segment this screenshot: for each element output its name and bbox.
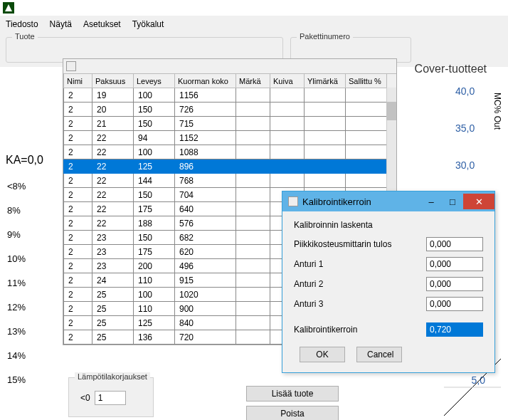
table-cell[interactable]: 22 xyxy=(92,159,134,174)
table-row[interactable]: 220150726 xyxy=(64,103,397,117)
table-cell[interactable]: 150 xyxy=(134,188,175,202)
table-header[interactable]: Kuiva xyxy=(270,74,305,88)
table-header[interactable]: Leveys xyxy=(134,74,175,88)
menu-tools[interactable]: Työkalut xyxy=(132,19,164,29)
table-cell[interactable]: 100 xyxy=(134,145,175,159)
table-cell[interactable] xyxy=(270,145,305,159)
table-cell[interactable]: 915 xyxy=(175,273,236,288)
table-cell[interactable]: 1088 xyxy=(175,145,236,159)
table-cell[interactable] xyxy=(305,131,346,145)
table-cell[interactable] xyxy=(305,103,346,117)
table-cell[interactable]: 110 xyxy=(134,273,175,288)
maximize-button[interactable]: □ xyxy=(442,194,463,209)
table-cell[interactable]: 144 xyxy=(134,174,175,188)
table-cell[interactable] xyxy=(236,103,270,117)
close-button[interactable]: ✕ xyxy=(463,194,494,209)
table-cell[interactable] xyxy=(236,174,270,188)
table-cell[interactable]: 20 xyxy=(92,103,134,117)
table-cell[interactable] xyxy=(346,88,387,103)
table-header[interactable]: Nimi xyxy=(64,74,92,88)
table-cell[interactable] xyxy=(236,117,270,131)
menu-settings[interactable]: Asetukset xyxy=(83,19,121,29)
table-cell[interactable]: 2 xyxy=(64,117,92,131)
table-cell[interactable]: 25 xyxy=(92,302,134,316)
factor-input[interactable] xyxy=(426,322,483,337)
table-cell[interactable]: 2 xyxy=(64,145,92,159)
table-cell[interactable] xyxy=(305,174,346,188)
table-cell[interactable]: 2 xyxy=(64,330,92,345)
table-cell[interactable]: 2 xyxy=(64,259,92,273)
menu-view[interactable]: Näytä xyxy=(50,19,72,29)
table-cell[interactable]: 136 xyxy=(134,330,175,345)
dialog-titlebar[interactable]: Kalibrointikerroin – □ ✕ xyxy=(282,191,494,211)
table-cell[interactable]: 22 xyxy=(92,145,134,159)
table-cell[interactable]: 640 xyxy=(175,202,236,216)
table-cell[interactable]: 22 xyxy=(92,188,134,202)
table-cell[interactable]: 22 xyxy=(92,216,134,231)
table-cell[interactable]: 24 xyxy=(92,273,134,288)
table-cell[interactable]: 25 xyxy=(92,316,134,330)
table-cell[interactable] xyxy=(236,245,270,259)
table-cell[interactable]: 2 xyxy=(64,88,92,103)
table-cell[interactable] xyxy=(346,131,387,145)
table-cell[interactable]: 2 xyxy=(64,245,92,259)
table-cell[interactable] xyxy=(236,188,270,202)
table-cell[interactable]: 715 xyxy=(175,117,236,131)
spike-input[interactable] xyxy=(426,237,483,251)
table-cell[interactable]: 704 xyxy=(175,188,236,202)
table-header[interactable]: Sallittu % xyxy=(346,74,387,88)
table-cell[interactable]: 2 xyxy=(64,316,92,330)
table-cell[interactable]: 726 xyxy=(175,103,236,117)
table-row[interactable]: 221150715 xyxy=(64,117,397,131)
table-cell[interactable]: 23 xyxy=(92,245,134,259)
table-cell[interactable]: 576 xyxy=(175,216,236,231)
anturi1-input[interactable] xyxy=(426,257,483,271)
table-cell[interactable]: 2 xyxy=(64,131,92,145)
table-cell[interactable]: 2 xyxy=(64,188,92,202)
table-cell[interactable]: 620 xyxy=(175,245,236,259)
table-cell[interactable]: 1020 xyxy=(175,288,236,302)
table-cell[interactable]: 175 xyxy=(134,245,175,259)
anturi2-input[interactable] xyxy=(426,277,483,291)
table-header[interactable]: Märkä xyxy=(236,74,270,88)
table-cell[interactable] xyxy=(236,288,270,302)
table-cell[interactable] xyxy=(270,117,305,131)
menu-file[interactable]: Tiedosto xyxy=(6,19,38,29)
table-cell[interactable]: 768 xyxy=(175,174,236,188)
table-cell[interactable] xyxy=(236,159,270,174)
table-cell[interactable]: 2 xyxy=(64,202,92,216)
table-cell[interactable]: 2 xyxy=(64,302,92,316)
table-cell[interactable]: 94 xyxy=(134,131,175,145)
table-cell[interactable] xyxy=(346,103,387,117)
grid-scrollbar-thumb[interactable] xyxy=(386,102,396,120)
table-cell[interactable]: 150 xyxy=(134,231,175,245)
table-cell[interactable]: 175 xyxy=(134,202,175,216)
table-cell[interactable]: 19 xyxy=(92,88,134,103)
table-header[interactable]: Kuorman koko xyxy=(175,74,236,88)
ok-button[interactable]: OK xyxy=(300,347,345,362)
table-cell[interactable]: 900 xyxy=(175,302,236,316)
table-cell[interactable] xyxy=(346,145,387,159)
table-cell[interactable] xyxy=(236,316,270,330)
table-cell[interactable] xyxy=(270,88,305,103)
table-cell[interactable] xyxy=(236,202,270,216)
table-cell[interactable] xyxy=(305,88,346,103)
table-cell[interactable]: 2 xyxy=(64,288,92,302)
table-cell[interactable]: 1152 xyxy=(175,131,236,145)
table-cell[interactable] xyxy=(236,302,270,316)
table-cell[interactable]: 100 xyxy=(134,288,175,302)
table-cell[interactable]: 2 xyxy=(64,159,92,174)
table-cell[interactable]: 125 xyxy=(134,316,175,330)
table-cell[interactable] xyxy=(305,145,346,159)
table-cell[interactable] xyxy=(305,159,346,174)
table-cell[interactable]: 100 xyxy=(134,88,175,103)
table-cell[interactable]: 23 xyxy=(92,231,134,245)
table-cell[interactable] xyxy=(236,145,270,159)
table-cell[interactable]: 2 xyxy=(64,231,92,245)
table-cell[interactable]: 896 xyxy=(175,159,236,174)
table-cell[interactable]: 25 xyxy=(92,330,134,345)
add-product-button[interactable]: Lisää tuote xyxy=(246,386,339,401)
table-cell[interactable]: 1156 xyxy=(175,88,236,103)
table-cell[interactable]: 22 xyxy=(92,202,134,216)
table-cell[interactable] xyxy=(236,88,270,103)
